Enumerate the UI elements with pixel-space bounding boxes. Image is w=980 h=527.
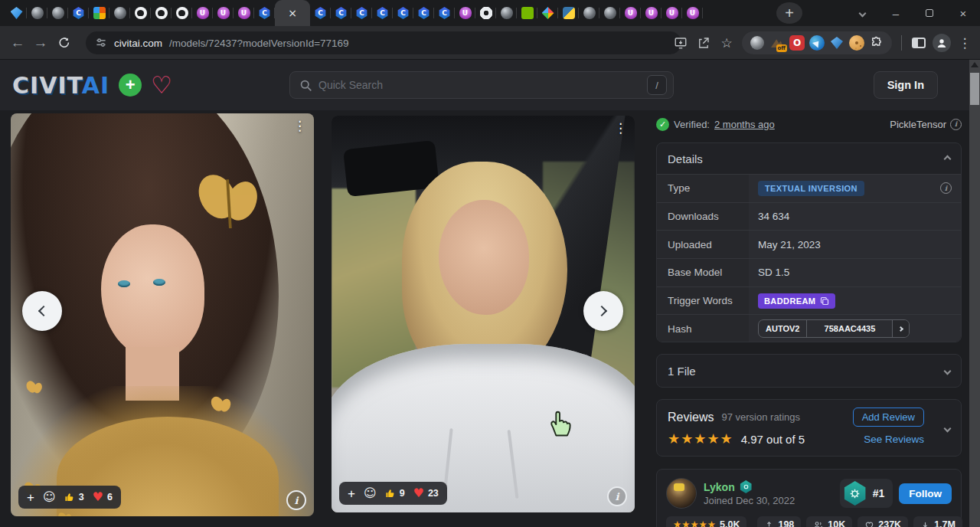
extensions-menu-button[interactable] (869, 35, 884, 51)
tab-ubuntu[interactable]: U (662, 0, 682, 26)
heart-reaction[interactable]: ♥ 23 (413, 487, 439, 499)
back-button[interactable]: ← (6, 31, 29, 54)
tab-github[interactable] (172, 0, 192, 26)
site-info-icon[interactable] (95, 37, 107, 49)
trigger-word-badge[interactable]: BADDREAM (758, 293, 835, 309)
thumbs-up-reaction[interactable]: 9 (385, 488, 405, 499)
creator-rating-stat[interactable]: ★★★★★ 5.0K (666, 516, 746, 527)
search-bar[interactable]: / (289, 71, 674, 99)
tab-globe[interactable] (109, 0, 130, 26)
tab-civitai[interactable]: C (393, 0, 413, 26)
tab-civitai[interactable]: C (413, 0, 434, 26)
civitai-logo[interactable]: CIVITAI (12, 72, 109, 99)
image-info-button[interactable]: i (286, 490, 306, 510)
tab-search-button[interactable] (845, 0, 879, 26)
scroll-up-arrow-icon[interactable] (971, 62, 978, 67)
reload-button[interactable] (52, 31, 75, 54)
type-info-icon[interactable]: i (940, 182, 952, 194)
pickletensor-info-icon[interactable]: i (950, 119, 962, 130)
tab-ubuntu[interactable]: U (455, 0, 475, 26)
creator-downloads-stat[interactable]: 1.7M (913, 516, 962, 527)
creator-avatar[interactable] (666, 478, 697, 509)
extension-gem-icon[interactable] (829, 35, 844, 51)
minimize-button[interactable]: – (879, 0, 913, 26)
tab-globe[interactable] (47, 0, 68, 26)
tab-python[interactable] (558, 0, 579, 26)
tab-github[interactable] (151, 0, 172, 26)
tab-ubuntu[interactable]: U (620, 0, 641, 26)
tab-ubuntu[interactable]: U (682, 0, 703, 26)
tab-diamond[interactable] (537, 0, 558, 26)
tab-civitai[interactable]: C (68, 0, 89, 26)
follow-button[interactable]: Follow (899, 483, 952, 504)
image-info-button[interactable]: i (607, 486, 627, 506)
tab-gem[interactable] (6, 0, 27, 26)
new-tab-button[interactable]: + (776, 2, 802, 24)
hash-pill[interactable]: AUTOV2 758AAC4435 (758, 319, 910, 338)
install-app-button[interactable] (670, 32, 691, 54)
type-badge[interactable]: TEXTUAL INVERSION (758, 181, 864, 196)
page-scrollbar[interactable] (969, 60, 980, 527)
smiley-reaction-icon[interactable]: ☺ (43, 491, 56, 503)
files-accordion[interactable]: 1 File (656, 354, 962, 388)
extension-o-icon[interactable]: O (789, 35, 805, 51)
tab-ubuntu[interactable]: U (192, 0, 213, 26)
tab-civitai[interactable]: C (254, 0, 275, 26)
tab-civitai[interactable]: C (434, 0, 455, 26)
tab-nvidia[interactable] (517, 0, 537, 26)
favorites-heart-icon[interactable]: ♡ (151, 74, 172, 97)
add-reaction-button[interactable]: + (27, 491, 34, 504)
heart-reaction[interactable]: ♥ 6 (93, 491, 113, 503)
image-menu-button[interactable]: ⋮ (614, 122, 627, 135)
tab-ubuntu[interactable]: U (641, 0, 662, 26)
hash-expand-button[interactable] (892, 320, 909, 337)
image-menu-button[interactable]: ⋮ (293, 119, 306, 133)
carousel-next-button[interactable] (583, 291, 623, 331)
smiley-reaction-icon[interactable]: ☺ (364, 487, 377, 499)
close-tab-icon[interactable]: × (286, 7, 299, 19)
tab-github[interactable] (130, 0, 151, 26)
side-panel-button[interactable] (908, 32, 929, 54)
browser-menu-button[interactable]: ⋮ (954, 32, 975, 54)
profile-button[interactable] (931, 32, 952, 54)
search-input[interactable] (318, 79, 641, 91)
add-review-button[interactable]: Add Review (853, 408, 924, 427)
tab-civitai[interactable]: C (372, 0, 393, 26)
scrollbar-thumb[interactable] (970, 73, 979, 105)
tab-ubuntu[interactable]: U (213, 0, 234, 26)
extension-translate-icon[interactable] (809, 35, 825, 51)
extension-cookie-icon[interactable] (849, 35, 864, 51)
creator-uploads-stat[interactable]: 198 (757, 516, 801, 527)
tab-civitai[interactable]: C (351, 0, 372, 26)
creator-likes-stat[interactable]: 237K (858, 516, 908, 527)
carousel-prev-button[interactable] (22, 291, 62, 331)
tab-globe[interactable] (579, 0, 599, 26)
close-button[interactable]: × (946, 0, 980, 26)
active-tab[interactable]: × (275, 0, 310, 26)
maximize-button[interactable] (913, 0, 946, 26)
bookmark-button[interactable]: ☆ (716, 32, 737, 54)
tab-globe[interactable] (599, 0, 620, 26)
tab-globe[interactable] (496, 0, 517, 26)
verified-time-link[interactable]: 2 months ago (714, 119, 775, 130)
see-reviews-link[interactable]: See Reviews (864, 434, 924, 445)
creator-rank-chip[interactable]: #1 (840, 479, 893, 508)
sign-in-button[interactable]: Sign In (874, 71, 938, 99)
creator-followers-stat[interactable]: 10K (806, 516, 852, 527)
tab-ubuntu[interactable]: U (234, 0, 254, 26)
create-button[interactable]: + (119, 74, 142, 97)
add-reaction-button[interactable]: + (348, 487, 355, 500)
tab-grid[interactable] (89, 0, 109, 26)
extension-globe-icon[interactable] (750, 35, 765, 51)
tab-civitai[interactable]: C (331, 0, 351, 26)
creator-name[interactable]: Lykon (704, 481, 735, 493)
thumbs-up-reaction[interactable]: 3 (64, 492, 84, 502)
details-header[interactable]: Details (657, 143, 961, 174)
share-button[interactable] (693, 32, 714, 54)
tab-civitai[interactable]: C (310, 0, 331, 26)
extension-off-icon[interactable]: off (769, 35, 785, 51)
forward-button[interactable]: → (29, 31, 52, 54)
tab-globe[interactable] (27, 0, 47, 26)
tab-gear[interactable] (475, 0, 496, 26)
address-bar[interactable]: civitai.com/models/72437?modelVersionId=… (86, 31, 681, 54)
